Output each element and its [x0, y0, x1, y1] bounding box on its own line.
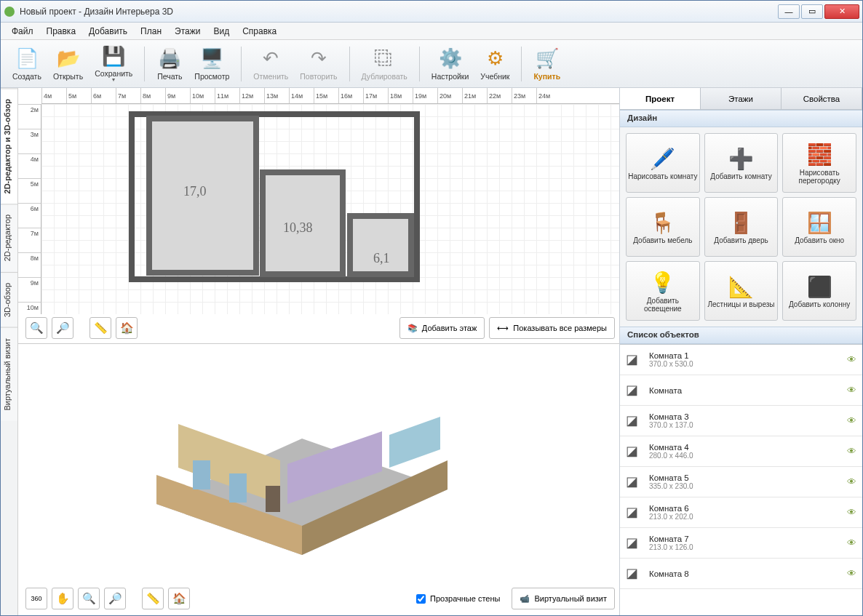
- home-3d-button[interactable]: 🏠: [168, 588, 190, 609]
- toolbar-separator: [144, 47, 145, 81]
- add-room-button[interactable]: ➕Добавить комнату: [704, 133, 779, 193]
- toolbar-open-button[interactable]: 📂Открыть: [47, 46, 89, 82]
- visibility-toggle[interactable]: 👁: [847, 537, 856, 548]
- ruler-tick: 23м: [512, 88, 536, 103]
- ruler-3d-button[interactable]: 📏: [142, 588, 164, 609]
- vtab-3d[interactable]: 3D-обзор: [1, 272, 17, 327]
- vtab-2d[interactable]: 2D-редактор: [1, 204, 17, 271]
- close-button[interactable]: ✕: [824, 4, 859, 19]
- object-list[interactable]: ◪ Комната 1370.0 x 530.0 👁◪ Комната 👁◪ К…: [620, 344, 862, 615]
- zoom-in-button[interactable]: 🔎: [52, 317, 73, 339]
- object-row[interactable]: ◪ Комната 3370.0 x 137.0 👁: [620, 406, 862, 436]
- ruler-button[interactable]: 📏: [90, 317, 111, 339]
- view-2d: 4м5м6м7м8м9м10м11м12м13м14м15м16м17м18м1…: [18, 88, 619, 344]
- home-button[interactable]: 🏠: [116, 317, 138, 339]
- visibility-toggle[interactable]: 👁: [847, 476, 856, 487]
- object-name: Комната 7: [649, 535, 841, 543]
- visibility-toggle[interactable]: 👁: [847, 415, 856, 426]
- vtab-2d3d[interactable]: 2D-редактор и 3D-обзор: [1, 88, 17, 204]
- pan-button[interactable]: ✋: [52, 588, 73, 609]
- toolbar-create-button[interactable]: 📄Создать: [7, 46, 47, 82]
- object-name: Комната: [649, 386, 841, 395]
- app-icon: [4, 6, 15, 17]
- object-row[interactable]: ◪ Комната 8 👁: [620, 559, 862, 589]
- cube-icon: ◪: [626, 351, 643, 369]
- toolbar-settings-button[interactable]: ⚙️Настройки: [426, 46, 475, 82]
- add-furniture-icon: 🪑: [650, 209, 675, 236]
- visibility-toggle[interactable]: 👁: [847, 507, 856, 518]
- object-dimensions: 335.0 x 230.0: [649, 482, 841, 490]
- ruler-tick: 10м: [190, 88, 215, 103]
- add-furniture-button[interactable]: 🪑Добавить мебель: [626, 197, 700, 257]
- app-window: Новый проект - Дизайн Интерьера 3D — ▭ ✕…: [0, 0, 863, 616]
- window-title: Новый проект - Дизайн Интерьера 3D: [20, 7, 778, 17]
- show-dimensions-button[interactable]: ⟷Показывать все размеры: [489, 317, 615, 339]
- object-name: Комната 6: [649, 504, 841, 513]
- toolbar-preview-button[interactable]: 🖥️Просмотр: [188, 46, 235, 82]
- svg-marker-6: [389, 417, 440, 468]
- ruler-tick: 7м: [18, 228, 41, 252]
- transparent-walls-checkbox[interactable]: Прозрачные стены: [409, 588, 507, 609]
- toolbar-separator: [241, 47, 242, 81]
- visibility-toggle[interactable]: 👁: [847, 385, 856, 396]
- object-row[interactable]: ◪ Комната 6213.0 x 202.0 👁: [620, 497, 862, 528]
- ruler-tick: 24м: [536, 88, 561, 103]
- view3d-toolbar: 360 ✋ 🔍 🔎 📏 🏠 Прозрачные стены 📹Виртуаль…: [25, 586, 615, 611]
- toolbar-save-button[interactable]: 💾Сохранить▾: [89, 43, 138, 84]
- stairs-button[interactable]: 📐Лестницы и вырезы: [704, 261, 779, 321]
- virtual-visit-button[interactable]: 📹Виртуальный визит: [512, 588, 615, 609]
- add-window-button[interactable]: 🪟Добавить окно: [782, 197, 856, 257]
- toolbar-undo-button: ↶Отменить: [247, 46, 294, 82]
- add-column-button[interactable]: ⬛Добавить колонну: [782, 261, 856, 321]
- object-row[interactable]: ◪ Комната 1370.0 x 530.0 👁: [620, 345, 862, 375]
- object-row[interactable]: ◪ Комната 4280.0 x 446.0 👁: [620, 436, 862, 467]
- toolbar-label: Дублировать: [362, 72, 407, 81]
- menu-правка[interactable]: Правка: [40, 24, 83, 39]
- model-3d-render: [135, 359, 469, 569]
- visibility-toggle[interactable]: 👁: [847, 568, 856, 579]
- maximize-button[interactable]: ▭: [801, 4, 823, 19]
- visibility-toggle[interactable]: 👁: [847, 354, 856, 365]
- visibility-toggle[interactable]: 👁: [847, 446, 856, 457]
- toolbar-print-button[interactable]: 🖨️Печать: [151, 46, 188, 82]
- right-tab-props[interactable]: Свойства: [782, 88, 862, 109]
- menu-справка[interactable]: Справка: [236, 24, 283, 39]
- canvas-2d[interactable]: 17,010,386,1: [41, 104, 619, 314]
- right-tab-floors[interactable]: Этажи: [701, 88, 782, 109]
- add-floor-button[interactable]: 📚Добавить этаж: [399, 317, 485, 339]
- toolbar-buy-button[interactable]: 🛒Купить: [528, 46, 566, 82]
- menu-файл[interactable]: Файл: [5, 24, 40, 39]
- camera-icon: 📹: [520, 594, 530, 604]
- room-area-label: 6,1: [373, 251, 390, 266]
- toolbar-label: Повторить: [300, 72, 337, 81]
- ruler-tick: 18м: [388, 88, 413, 103]
- vtab-virtual[interactable]: Виртуальный визит: [1, 327, 17, 421]
- duplicate-icon: ⿻: [373, 47, 396, 71]
- zoom-out-button[interactable]: 🔍: [25, 317, 47, 339]
- draw-room-button[interactable]: 🖊️Нарисовать комнату: [626, 133, 700, 193]
- menu-план[interactable]: План: [134, 24, 168, 39]
- toolbar-tutorial-button[interactable]: ⚙Учебник: [474, 46, 515, 82]
- right-tab-project[interactable]: Проект: [620, 88, 701, 109]
- object-row[interactable]: ◪ Комната 7213.0 x 126.0 👁: [620, 528, 862, 559]
- zoom-out-3d-button[interactable]: 🔍: [78, 588, 100, 609]
- zoom-in-3d-button[interactable]: 🔎: [104, 588, 126, 609]
- add-door-button[interactable]: 🚪Добавить дверь: [704, 197, 779, 257]
- menu-добавить[interactable]: Добавить: [82, 24, 134, 39]
- ruler-tick: 19м: [413, 88, 437, 103]
- minimize-button[interactable]: —: [778, 4, 800, 19]
- menu-этажи[interactable]: Этажи: [168, 24, 207, 39]
- draw-wall-button[interactable]: 🧱Нарисовать перегородку: [782, 133, 856, 193]
- rotate-360-button[interactable]: 360: [25, 588, 47, 609]
- room[interactable]: [347, 213, 414, 277]
- ruler-tick: 20м: [437, 88, 462, 103]
- object-row[interactable]: ◪ Комната 👁: [620, 375, 862, 406]
- view-3d[interactable]: 360 ✋ 🔍 🔎 📏 🏠 Прозрачные стены 📹Виртуаль…: [18, 344, 619, 615]
- add-light-button[interactable]: 💡Добавить освещение: [626, 261, 700, 321]
- ruler-tick: 22м: [487, 88, 512, 103]
- object-row[interactable]: ◪ Комната 5335.0 x 230.0 👁: [620, 467, 862, 497]
- menu-вид[interactable]: Вид: [207, 24, 236, 39]
- cube-icon: ◪: [626, 504, 643, 521]
- stairs-icon: 📐: [728, 273, 754, 300]
- toolbar-label: Просмотр: [194, 72, 229, 81]
